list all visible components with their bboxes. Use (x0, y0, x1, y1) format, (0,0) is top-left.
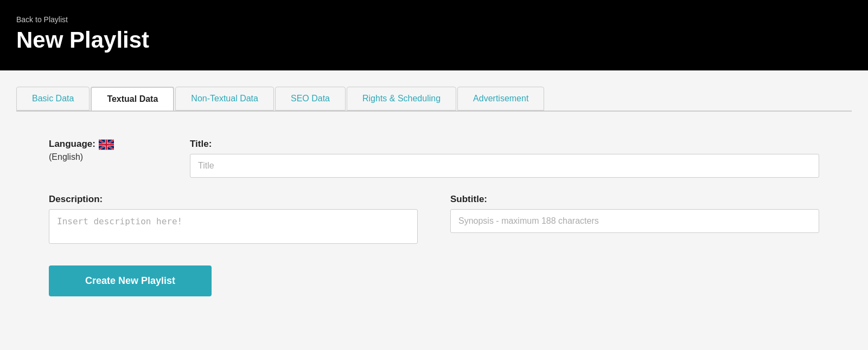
form-row-2: Description: Subtitle: (49, 194, 819, 244)
subtitle-input[interactable] (450, 209, 819, 233)
title-input[interactable] (190, 154, 819, 178)
form-area: Language: (English) Title: (16, 133, 852, 307)
title-group: Title: (190, 139, 819, 178)
main-content: Basic Data Textual Data Non-Textual Data… (0, 70, 868, 350)
tab-advertisement[interactable]: Advertisement (457, 87, 544, 111)
back-link[interactable]: Back to Playlist (16, 15, 852, 24)
tab-textual-data[interactable]: Textual Data (91, 87, 174, 111)
description-group: Description: (49, 194, 418, 244)
tab-basic-data[interactable]: Basic Data (16, 87, 90, 111)
language-display: Language: (49, 139, 157, 150)
subtitle-label: Subtitle: (450, 194, 819, 205)
page-header: Back to Playlist New Playlist (0, 0, 868, 70)
description-input[interactable] (49, 209, 418, 244)
flag-icon (99, 139, 114, 150)
page-title: New Playlist (16, 27, 852, 53)
title-label: Title: (190, 139, 819, 150)
create-playlist-button[interactable]: Create New Playlist (49, 265, 212, 296)
subtitle-group: Subtitle: (450, 194, 819, 233)
language-label: Language: (49, 139, 95, 150)
language-group: Language: (English) (49, 139, 157, 162)
description-label: Description: (49, 194, 418, 205)
tab-seo-data[interactable]: SEO Data (275, 87, 346, 111)
language-name: (English) (49, 152, 157, 162)
tab-rights-scheduling[interactable]: Rights & Scheduling (347, 87, 456, 111)
tab-non-textual-data[interactable]: Non-Textual Data (175, 87, 274, 111)
form-row-1: Language: (English) Title: (49, 139, 819, 178)
tab-bar: Basic Data Textual Data Non-Textual Data… (16, 87, 852, 112)
